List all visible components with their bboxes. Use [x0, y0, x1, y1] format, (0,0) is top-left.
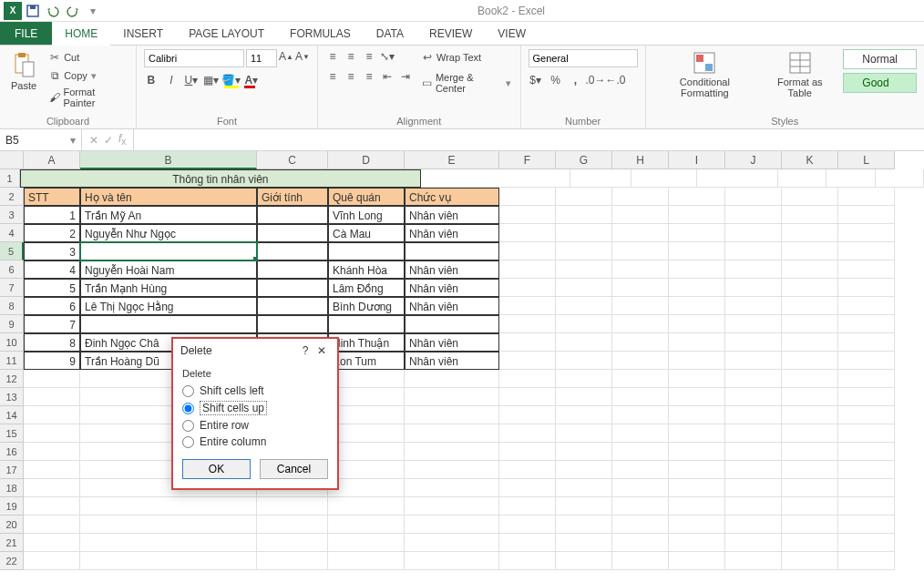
cell[interactable] [838, 443, 895, 461]
cell[interactable] [328, 242, 405, 260]
cell[interactable] [24, 443, 80, 461]
cell[interactable] [24, 552, 80, 570]
cell[interactable] [838, 424, 895, 443]
cell[interactable] [499, 424, 556, 443]
cell[interactable] [725, 224, 782, 242]
align-bottom-icon[interactable]: ≡ [362, 49, 376, 64]
cell[interactable] [782, 534, 838, 552]
cell[interactable] [556, 388, 612, 406]
cell[interactable] [556, 534, 612, 552]
cell[interactable] [556, 352, 612, 370]
cell[interactable] [328, 315, 405, 333]
row-header[interactable]: 16 [0, 443, 24, 461]
cell[interactable]: Kon Tum [328, 352, 405, 370]
cell[interactable] [838, 479, 895, 497]
align-top-icon[interactable]: ≡ [325, 49, 340, 64]
cell[interactable]: Vĩnh Long [328, 206, 405, 224]
percent-icon[interactable]: % [549, 73, 563, 87]
cell[interactable] [556, 370, 612, 388]
cell[interactable] [725, 516, 782, 534]
cell[interactable] [669, 224, 725, 242]
cell[interactable] [612, 297, 669, 315]
cell[interactable]: Nguyễn Hoài Nam [80, 260, 257, 279]
cell[interactable] [257, 497, 328, 516]
cell[interactable] [725, 406, 782, 424]
cell[interactable] [838, 388, 895, 406]
cell[interactable] [257, 297, 328, 315]
cell[interactable] [405, 443, 499, 461]
cell[interactable] [499, 534, 556, 552]
cell[interactable] [725, 388, 782, 406]
tab-page-layout[interactable]: PAGE LAYOUT [176, 22, 277, 45]
cell[interactable] [838, 188, 895, 206]
select-all-corner[interactable] [0, 151, 24, 169]
cell[interactable] [328, 516, 405, 534]
cell[interactable]: Giới tính [257, 188, 328, 206]
cell[interactable] [838, 242, 895, 260]
cell[interactable] [24, 497, 80, 516]
radio-shift-left[interactable]: Shift cells left [182, 383, 328, 399]
cell[interactable] [499, 552, 556, 570]
row-header[interactable]: 21 [0, 534, 24, 552]
cell[interactable] [556, 279, 612, 297]
row-header[interactable]: 8 [0, 297, 24, 315]
row-header[interactable]: 2 [0, 188, 24, 206]
cell[interactable] [499, 279, 556, 297]
cell[interactable] [782, 333, 838, 352]
cell[interactable] [838, 260, 895, 279]
cell[interactable] [725, 279, 782, 297]
cell[interactable] [669, 279, 725, 297]
cell[interactable] [782, 443, 838, 461]
cell[interactable] [80, 242, 257, 260]
cell[interactable] [725, 443, 782, 461]
cell[interactable] [556, 424, 612, 443]
cell[interactable] [725, 424, 782, 443]
underline-icon[interactable]: U▾ [184, 73, 199, 87]
cell[interactable] [612, 206, 669, 224]
cell[interactable] [612, 352, 669, 370]
cell[interactable] [556, 315, 612, 333]
cell[interactable] [725, 260, 782, 279]
style-normal[interactable]: Normal [843, 49, 917, 69]
cell[interactable] [499, 315, 556, 333]
row-header[interactable]: 15 [0, 424, 24, 443]
cell[interactable] [405, 370, 499, 388]
qat-dropdown-icon[interactable]: ▾ [84, 2, 102, 20]
cell[interactable]: Nhân viên [405, 279, 499, 297]
cell[interactable]: 8 [24, 333, 80, 352]
cell[interactable] [782, 352, 838, 370]
cell[interactable] [838, 297, 895, 315]
cell[interactable] [725, 461, 782, 479]
cell[interactable]: Trần Mỹ An [80, 206, 257, 224]
cell[interactable] [725, 242, 782, 260]
cell[interactable] [499, 224, 556, 242]
cell[interactable] [499, 297, 556, 315]
cell[interactable]: Họ và tên [80, 188, 257, 206]
cell[interactable] [669, 297, 725, 315]
row-header[interactable]: 12 [0, 370, 24, 388]
cell[interactable] [782, 479, 838, 497]
cell[interactable] [556, 479, 612, 497]
cell[interactable] [782, 297, 838, 315]
cell[interactable] [612, 406, 669, 424]
cell[interactable] [24, 516, 80, 534]
cell[interactable] [826, 169, 875, 188]
cell[interactable] [24, 424, 80, 443]
cell[interactable] [80, 552, 257, 570]
tab-insert[interactable]: INSERT [110, 22, 176, 45]
row-header[interactable]: 6 [0, 260, 24, 279]
cell[interactable] [80, 516, 257, 534]
cell[interactable] [782, 461, 838, 479]
bold-icon[interactable]: B [144, 73, 159, 87]
cell[interactable] [669, 443, 725, 461]
cell[interactable] [328, 388, 405, 406]
col-header[interactable]: K [782, 151, 838, 169]
cell[interactable] [405, 534, 499, 552]
cell[interactable] [838, 370, 895, 388]
cell[interactable] [405, 497, 499, 516]
cell[interactable] [782, 552, 838, 570]
row-header[interactable]: 14 [0, 406, 24, 424]
cell[interactable] [782, 424, 838, 443]
align-middle-icon[interactable]: ≡ [344, 49, 358, 64]
cell[interactable] [669, 370, 725, 388]
